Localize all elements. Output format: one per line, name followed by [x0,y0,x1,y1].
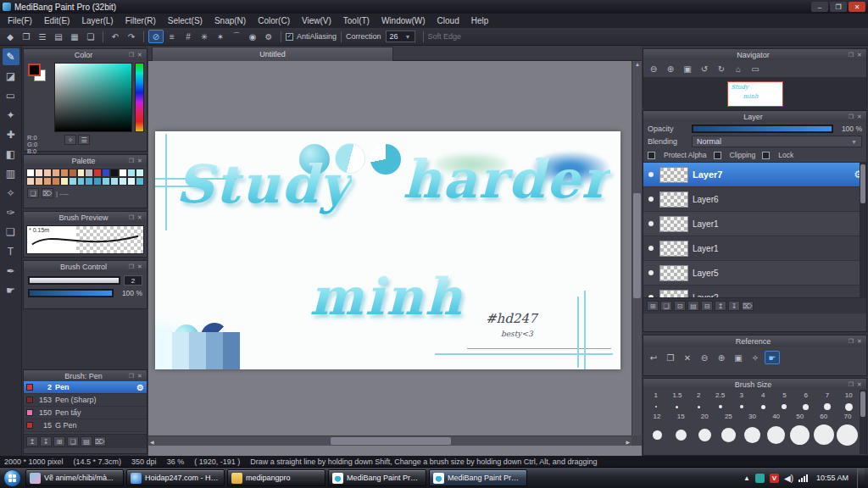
scrollbar-thumb[interactable] [331,437,451,445]
palette-swatch[interactable] [77,169,86,177]
brush-opacity-slider[interactable] [28,289,114,297]
reset-view-icon[interactable]: ⌂ [731,62,746,75]
delete-brush-icon[interactable]: ⌦ [94,436,106,446]
panel-popout-icon[interactable]: ❐ [127,51,136,59]
layer-visibility-icon[interactable] [648,197,654,202]
gradient-tool-icon[interactable]: ▥ [3,165,19,182]
layer-visibility-icon[interactable] [648,270,654,275]
minimize-icon[interactable]: – [811,2,828,12]
layer-visibility-icon[interactable] [648,246,654,251]
panel-popout-icon[interactable]: ❐ [127,157,136,165]
brush-settings-icon[interactable]: ⚙ [136,383,144,392]
taskbar-item-folder[interactable]: medipangpro [227,469,326,486]
marquee-tool-icon[interactable]: ▭ [3,87,19,104]
snap-off-icon[interactable]: ⊘ [148,30,164,43]
layer-visibility-icon[interactable] [648,172,654,177]
brush-item[interactable]: 150 Pen tẩy [24,407,147,419]
back-icon[interactable]: ↩ [646,351,661,364]
palette-swatch[interactable] [110,177,119,186]
panel-close-icon[interactable]: ✕ [855,51,864,59]
panel-popout-icon[interactable]: ❐ [847,113,855,121]
layer-row[interactable]: Layer6 [643,187,866,212]
palette-swatch[interactable] [110,169,119,177]
palette-swatch[interactable] [85,177,93,186]
grid-icon[interactable]: ▦ [67,30,82,43]
menu-snap[interactable]: Snap(N) [209,14,252,27]
palette-swatch[interactable] [136,177,144,186]
menu-view[interactable]: View(V) [296,14,337,27]
panel-close-icon[interactable]: ✕ [136,51,144,59]
document-icon[interactable]: ▤ [51,30,66,43]
panel-close-icon[interactable]: ✕ [136,214,144,222]
zoom-out-icon[interactable]: ⊖ [697,351,712,364]
brush-size-option[interactable]: 60 [812,413,836,447]
hue-bar[interactable] [135,63,144,132]
layer-visibility-icon[interactable] [648,295,654,297]
brush-size-option[interactable]: 5 [774,391,795,413]
palette-swatch[interactable] [77,177,86,186]
add-color-icon[interactable]: ❏ [27,188,39,198]
tray-app-icon[interactable] [755,474,765,483]
panel-close-icon[interactable]: ✕ [855,337,864,346]
brush-size-option[interactable]: 30 [740,413,764,447]
snap-parallel-icon[interactable]: ≡ [164,30,180,43]
scrollbar-thumb[interactable] [633,193,641,298]
tray-expand-icon[interactable]: ▲ [743,474,750,482]
start-button[interactable] [3,469,21,487]
brush-item[interactable]: 2 Pen ⚙ [24,381,147,394]
brush-size-value[interactable]: 2 [124,275,142,286]
lock-checkbox[interactable] [762,152,770,159]
zoom-in-icon[interactable]: ⊕ [714,351,729,364]
snap-ellipse-icon[interactable]: ⌒ [229,30,244,43]
foreground-color-swatch[interactable] [28,64,41,76]
flatten-icon[interactable]: ⊟ [701,301,713,311]
palette-swatch[interactable] [69,169,77,177]
table-icon[interactable]: ❏ [83,30,98,43]
move-brush-up-icon[interactable]: ↥ [26,436,38,446]
hand-tool-icon[interactable]: ☛ [3,282,19,299]
menu-select[interactable]: Select(S) [162,14,209,27]
close-icon[interactable]: ✕ [849,2,865,12]
palette-swatch[interactable] [35,177,43,186]
brush-size-option[interactable]: 2.5 [709,391,731,413]
brush-size-option[interactable]: 50 [788,413,812,447]
brush-size-option[interactable]: 7 [816,391,837,413]
canvas-vertical-scrollbar[interactable]: ▲ ▼ [632,61,642,446]
antialiasing-checkbox[interactable]: ✓ [286,33,293,41]
protect-alpha-checkbox[interactable] [648,152,655,159]
panel-popout-icon[interactable]: ❐ [847,380,855,389]
palette-swatch[interactable] [93,169,102,177]
taskbar-item-medibang-2[interactable]: MediBang Paint Pro ... [429,469,527,486]
panel-popout-icon[interactable]: ❐ [847,51,855,59]
merge-layer-icon[interactable]: ⊡ [674,301,686,311]
palette-swatch[interactable] [136,169,144,177]
color-slider-mode-icon[interactable]: ☰ [78,135,90,145]
panel-popout-icon[interactable]: ❐ [847,337,855,346]
taskbar-item-anime[interactable]: Vẽ anime/chibi/mà... [25,469,124,486]
text-tool-icon[interactable]: T [3,243,19,260]
layer-row[interactable]: Layer2 [643,286,866,297]
canvas-viewport[interactable]: Study harder minh #hd247 besty<3 [148,61,632,446]
brush-size-option[interactable]: 20 [693,413,716,447]
opacity-slider[interactable] [692,125,833,133]
brush-size-scrollbar[interactable] [860,390,866,454]
panel-popout-icon[interactable]: ❐ [127,372,136,380]
palette-swatch[interactable] [43,169,52,177]
eyedropper-tool-icon[interactable]: ✧ [3,185,19,202]
eraser-tool-icon[interactable]: ◪ [3,68,19,85]
snap-vanishing-icon[interactable]: ✳ [197,30,212,43]
pen-tool-icon[interactable]: ✒ [3,263,19,280]
move-layer-down-icon[interactable]: ↧ [728,301,740,311]
scrollbar-thumb[interactable] [860,164,865,203]
blending-dropdown[interactable]: Normal ▼ [692,136,862,147]
brush-size-option[interactable]: 1.5 [666,391,687,413]
tray-vlc-icon[interactable]: V [770,474,779,483]
palette-swatch[interactable] [119,177,127,186]
new-folder-icon[interactable]: ▤ [687,301,699,311]
brush-size-option[interactable]: 2 [688,391,709,413]
palette-swatch[interactable] [60,177,69,186]
palette-swatch[interactable] [102,177,110,186]
brush-size-option[interactable]: 1 [645,391,666,413]
panel-close-icon[interactable]: ✕ [855,113,864,121]
panel-close-icon[interactable]: ✕ [136,372,144,380]
